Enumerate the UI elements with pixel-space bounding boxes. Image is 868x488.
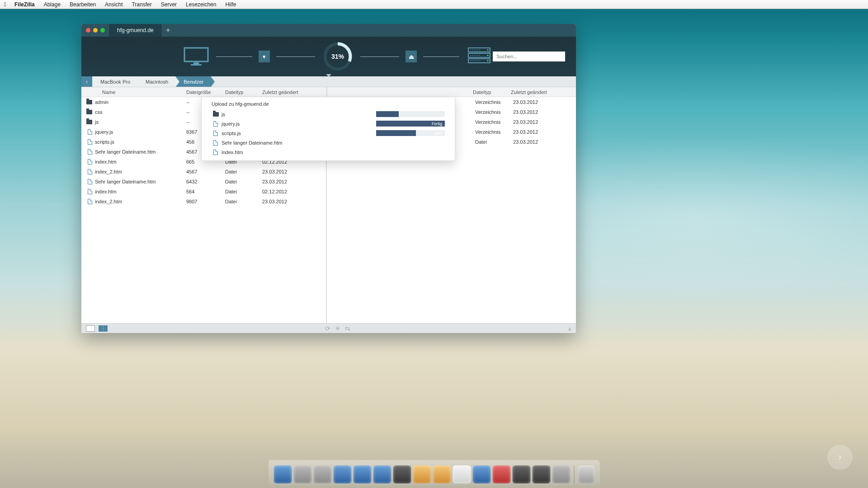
upload-title: Upload zu hfg-gmuend.de (202, 97, 455, 109)
file-icon (212, 121, 220, 127)
file-icon (81, 129, 95, 135)
zoom-button[interactable] (100, 28, 105, 33)
col-size[interactable]: Dateigröße (186, 89, 225, 95)
minimize-button[interactable] (93, 28, 98, 33)
upload-progress-track: Fertig (376, 121, 445, 127)
dock-launchpad-icon[interactable] (294, 465, 312, 483)
menubar-app[interactable]: FileZilla (10, 1, 39, 8)
menubar-item[interactable]: Lesezeichen (181, 1, 221, 8)
upload-item-name: Sehr langer Dateiname.htm (220, 140, 445, 145)
dock-addressbook-icon[interactable] (433, 465, 451, 483)
file-type: Datei (225, 169, 262, 174)
transfer-line (216, 56, 252, 57)
view-split-button[interactable] (99, 325, 108, 332)
breadcrumb-item[interactable]: Macintosh (137, 76, 175, 87)
file-type: Verzeichnis (475, 99, 513, 105)
expand-header-icon[interactable] (326, 74, 331, 77)
upload-progress-track (376, 111, 445, 117)
file-icon (81, 169, 95, 174)
refresh-icon[interactable]: ⟳ (325, 325, 330, 332)
upload-item: Sehr langer Dateiname.htm (202, 138, 455, 147)
pane-divider[interactable] (326, 87, 327, 97)
file-name: scripts.js (95, 139, 186, 145)
dock-settings1-icon[interactable] (513, 465, 531, 483)
col-modified[interactable]: Zuletzt geändert (262, 89, 326, 95)
dock (269, 460, 600, 485)
search-input[interactable] (493, 52, 565, 61)
dock-appstore-icon[interactable] (334, 465, 352, 483)
new-tab-button[interactable]: + (161, 24, 175, 37)
col-type[interactable]: Dateityp (225, 89, 262, 95)
file-type: Verzeichnis (475, 119, 513, 125)
file-modified: 23.03.2012 (262, 179, 326, 184)
file-row[interactable]: Sehr langer Dateiname.htm6432Datei23.03.… (81, 177, 326, 187)
folder-icon (81, 110, 95, 114)
transfer-line (360, 56, 399, 57)
file-row[interactable]: index_2.htm4567Datei23.03.2012 (81, 167, 326, 177)
breadcrumb: ↑ MacBook Pro Macintosh Benutzer (81, 76, 576, 87)
search-box (493, 52, 565, 61)
menubar-item[interactable]: Transfer (127, 1, 156, 8)
file-size: 6432 (186, 179, 225, 184)
next-hint-button[interactable]: › (827, 445, 853, 470)
file-name: css (95, 109, 186, 115)
overall-progress-gauge: 31% (321, 40, 354, 73)
col-type-remote[interactable]: Dateityp (473, 89, 511, 95)
menubar-item[interactable]: Server (156, 1, 181, 8)
file-modified: 23.03.2012 (513, 99, 576, 105)
dock-missioncontrol-icon[interactable] (314, 465, 332, 483)
folder-icon (81, 120, 95, 124)
go-up-button[interactable]: ↑ (81, 76, 92, 87)
file-icon (81, 179, 95, 184)
sync-icon[interactable]: ✳ (335, 325, 340, 332)
file-type: Datei (225, 179, 262, 184)
dock-trash-icon[interactable] (578, 465, 594, 483)
mac-menubar:  FileZilla Ablage Bearbeiten Ansicht Tr… (0, 0, 868, 9)
file-size: 4567 (186, 169, 225, 174)
upload-popover: Upload zu hfg-gmuend.de jsjquery.jsFerti… (201, 97, 455, 161)
file-icon (81, 189, 95, 194)
menubar-item[interactable]: Ablage (39, 1, 65, 8)
file-row[interactable]: index_2.htm9807Datei23.03.2012 (81, 197, 326, 206)
filter-button[interactable]: ▾ (259, 51, 270, 62)
file-modified: 23.03.2012 (513, 119, 576, 125)
folder-icon (81, 100, 95, 104)
dock-safari-icon[interactable] (373, 465, 392, 483)
upload-progress-label: Fertig (432, 121, 442, 127)
dock-settings2-icon[interactable] (533, 465, 551, 483)
breadcrumb-item-active[interactable]: Benutzer (175, 76, 211, 87)
menubar-item[interactable]: Bearbeiten (65, 1, 100, 8)
col-name[interactable]: Name (81, 89, 186, 95)
upload-item-name: jquery.js (220, 121, 376, 127)
col-modified-remote[interactable]: Zuletzt geändert (511, 89, 576, 95)
view-single-button[interactable] (86, 325, 95, 332)
breadcrumb-item[interactable]: MacBook Pro (92, 76, 137, 87)
app-window: hfg-gmuend.de + ▾ 31% ⏏ (81, 24, 576, 333)
upload-direction-button[interactable]: ⏏ (406, 51, 417, 62)
file-icon (212, 140, 220, 145)
expand-status-icon[interactable]: ▴ (568, 324, 571, 333)
swap-icon[interactable]: ⇆ (345, 325, 350, 332)
dock-contacts-icon[interactable] (413, 465, 431, 483)
file-modified: 02.12.2012 (262, 189, 326, 194)
dock-divider (574, 465, 575, 483)
dock-mail-icon[interactable] (354, 465, 372, 483)
dock-calendar-icon[interactable] (453, 465, 471, 483)
dock-clock-icon[interactable] (393, 465, 411, 483)
apple-icon[interactable]:  (0, 1, 10, 8)
svg-point-8 (487, 55, 489, 56)
dock-blank-icon[interactable] (552, 465, 571, 483)
dock-itunes-icon[interactable] (473, 465, 491, 483)
file-row[interactable]: index.htm564Datei02.12.2012 (81, 187, 326, 197)
menubar-item[interactable]: Hilfe (221, 1, 241, 8)
menubar-item[interactable]: Ansicht (100, 1, 127, 8)
file-type: Datei (225, 189, 262, 194)
chevron-right-icon: › (838, 451, 841, 463)
tab-active[interactable]: hfg-gmuend.de (109, 24, 161, 37)
file-icon (81, 149, 95, 155)
file-name: js (95, 119, 186, 125)
dock-movies-icon[interactable] (493, 465, 511, 483)
dock-finder-icon[interactable] (274, 465, 292, 483)
tabs-bar: hfg-gmuend.de + (81, 24, 576, 37)
close-button[interactable] (86, 28, 90, 33)
